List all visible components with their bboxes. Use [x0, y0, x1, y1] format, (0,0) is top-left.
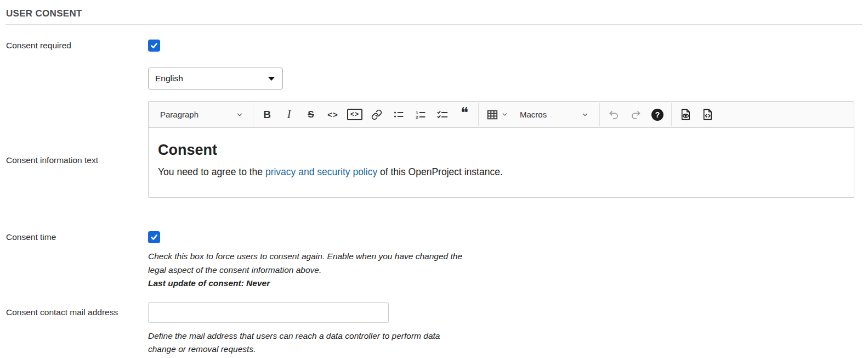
user-consent-settings-page: USER CONSENT Consent required English Co…	[0, 8, 868, 358]
svg-text:1: 1	[416, 110, 418, 115]
language-row: English	[0, 68, 868, 90]
link-button[interactable]	[366, 104, 388, 126]
inline-code-button[interactable]: <>	[322, 104, 344, 126]
link-icon	[371, 109, 382, 120]
consent-information-row: Consent information text Paragraph B I S…	[0, 101, 868, 198]
contact-mail-hint: Define the mail address that users can r…	[148, 329, 868, 356]
preview-button[interactable]	[674, 104, 696, 126]
toolbar-separator	[478, 103, 479, 126]
undo-icon	[608, 109, 620, 120]
svg-text:2: 2	[416, 115, 418, 120]
bulleted-list-icon	[393, 109, 405, 120]
chevron-down-icon	[581, 111, 589, 119]
numbered-list-button[interactable]: 12	[410, 104, 432, 126]
consent-required-checkbox[interactable]	[148, 40, 160, 52]
strikethrough-button[interactable]: S	[300, 104, 322, 126]
consent-required-row: Consent required	[0, 40, 868, 52]
consent-time-hint: Check this box to force users to consent…	[148, 250, 868, 277]
editor-content-area[interactable]: Consent You need to agree to the privacy…	[149, 128, 854, 197]
privacy-policy-link[interactable]: privacy and security policy	[265, 166, 377, 177]
inline-code-icon: <>	[327, 110, 338, 119]
italic-icon: I	[287, 108, 291, 121]
macros-dropdown-label: Macros	[520, 110, 547, 119]
code-block-button[interactable]: <>	[344, 104, 366, 126]
consent-heading: Consent	[158, 142, 844, 159]
selected-language: English	[155, 74, 183, 83]
macros-dropdown[interactable]: Macros	[513, 104, 597, 126]
numbered-list-icon: 12	[415, 109, 427, 120]
last-update-of-consent: Last update of consent: Never	[148, 277, 868, 290]
editor-toolbar: Paragraph B I S <> <> 12	[149, 102, 854, 128]
section-divider	[5, 24, 863, 25]
contact-mail-label: Consent contact mail address	[0, 302, 148, 318]
undo-button[interactable]	[603, 104, 625, 126]
help-button[interactable]: ?	[646, 104, 668, 126]
consent-time-checkbox[interactable]	[148, 231, 160, 243]
rich-text-editor: Paragraph B I S <> <> 12	[148, 101, 854, 198]
page-title: USER CONSENT	[6, 8, 868, 19]
heading-dropdown[interactable]: Paragraph	[151, 104, 250, 126]
consent-required-label: Consent required	[0, 40, 148, 52]
consent-time-row: Consent time Check this box to force use…	[0, 231, 868, 290]
chevron-down-icon	[501, 111, 508, 118]
toolbar-separator	[671, 103, 672, 126]
chevron-down-icon	[236, 111, 243, 119]
checkmark-icon	[150, 42, 158, 49]
block-quote-button[interactable]: ❝	[453, 104, 475, 126]
table-icon	[486, 109, 498, 121]
redo-button[interactable]	[625, 104, 646, 126]
strikethrough-icon: S	[308, 109, 314, 120]
to-do-list-icon	[437, 109, 449, 120]
consent-body-text: You need to agree to the privacy and sec…	[158, 165, 844, 179]
consent-time-label: Consent time	[0, 231, 148, 243]
to-do-list-button[interactable]	[432, 104, 453, 126]
insert-table-button[interactable]	[481, 104, 513, 126]
toolbar-separator	[599, 103, 600, 126]
bulleted-list-button[interactable]	[388, 104, 410, 126]
consent-language-select[interactable]: English	[148, 68, 283, 90]
consent-information-label: Consent information text	[0, 101, 148, 166]
help-icon: ?	[651, 109, 663, 121]
select-caret-icon	[268, 77, 275, 81]
markdown-source-icon	[701, 108, 714, 121]
redo-icon	[630, 109, 642, 120]
checkmark-icon	[150, 233, 158, 241]
heading-dropdown-label: Paragraph	[160, 110, 198, 119]
markdown-source-button[interactable]	[696, 104, 718, 126]
preview-icon	[679, 108, 692, 121]
code-block-icon: <>	[347, 109, 362, 120]
block-quote-icon: ❝	[461, 110, 468, 120]
bold-icon: B	[263, 109, 271, 121]
contact-mail-input[interactable]	[148, 302, 389, 323]
bold-button[interactable]: B	[256, 104, 278, 126]
toolbar-separator	[253, 103, 253, 126]
contact-mail-row: Consent contact mail address Define the …	[0, 302, 868, 356]
italic-button[interactable]: I	[278, 104, 300, 126]
